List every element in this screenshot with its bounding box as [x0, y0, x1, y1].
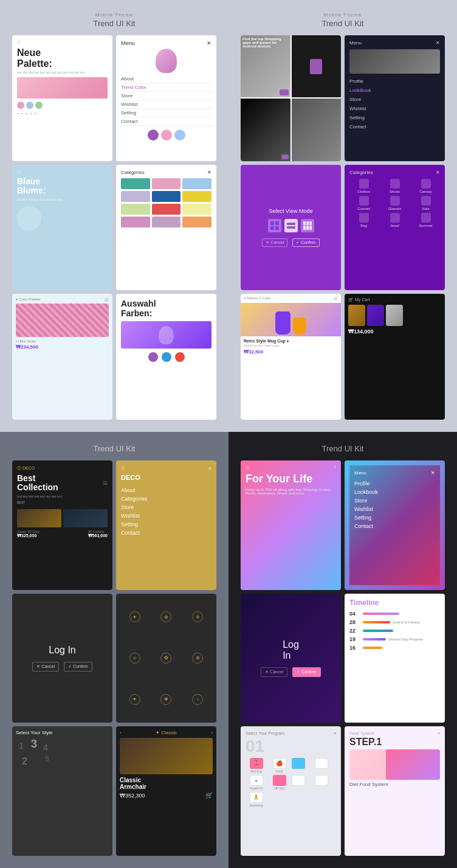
fyl-menu-lookbook[interactable]: Lookbook	[354, 488, 435, 496]
cancel-login[interactable]: ✕ Cancel	[32, 662, 59, 672]
login-title: Log In	[49, 645, 75, 656]
menu-item-wishlist[interactable]: Wishlist	[121, 100, 211, 109]
cart-icon-classic[interactable]: 🛒	[205, 792, 213, 799]
categories-close[interactable]: ✕	[207, 170, 211, 175]
food-header: Food System	[349, 731, 374, 735]
deco-about[interactable]: About	[121, 486, 211, 495]
view-type-a[interactable]	[268, 219, 281, 232]
prog-running[interactable]: 🏃	[250, 758, 263, 769]
style-num-4: 4	[43, 743, 48, 752]
cancel-btn[interactable]: ✕ Cancel	[262, 238, 287, 247]
prog-stretching[interactable]: 🧘	[250, 792, 263, 803]
product-cart[interactable]: 🛒	[334, 296, 338, 300]
icon-1[interactable]: ✦	[129, 611, 140, 622]
food-step: STEP.1	[349, 737, 440, 748]
icon-8[interactable]: ❋	[160, 694, 171, 705]
cat-purple-close[interactable]: ✕	[436, 170, 440, 175]
icon-6[interactable]: ⊗	[192, 653, 203, 664]
menu-item-about[interactable]: About	[121, 75, 211, 83]
deco-wishlist[interactable]: Wishlist	[121, 512, 211, 520]
prog-food[interactable]: 🍎	[273, 758, 286, 769]
food-menu[interactable]: ≡	[438, 731, 440, 735]
icon-3[interactable]: ❈	[192, 611, 203, 622]
dark-menu-profile[interactable]: Profile	[349, 77, 440, 86]
deco-setting[interactable]: Setting	[121, 520, 211, 529]
fyl-menu-wishlist[interactable]: Wishlist	[354, 505, 435, 513]
menu-item-setting[interactable]: Setting	[121, 109, 211, 117]
icon-9[interactable]: ⍣	[192, 694, 203, 705]
prog-hpsys[interactable]	[273, 775, 286, 786]
confirm-dark[interactable]: ✓ Confirm	[292, 667, 320, 677]
icon-4[interactable]: ⍟	[129, 653, 140, 664]
deco-store[interactable]: Store	[121, 503, 211, 512]
cat-hats[interactable]: Hats	[411, 196, 440, 210]
neue-subtext: text text text text text text text text …	[17, 71, 108, 74]
fyl-menu-title: Menu	[354, 470, 366, 476]
menu-label: Menu	[121, 40, 135, 46]
cat-bag[interactable]: Bag	[349, 213, 378, 227]
cat-canopy[interactable]: Canopy	[411, 179, 440, 193]
style-numbers: 3 1 4 2 5	[16, 738, 109, 780]
timeline-text-4: Season Day Program	[388, 637, 423, 641]
view-type-b[interactable]	[284, 219, 298, 232]
program-menu[interactable]: ≡	[334, 731, 336, 735]
food-subtitle: Diet Food System	[349, 782, 440, 787]
program-num: 01	[246, 738, 336, 755]
dark-menu-lookbook[interactable]: LookBook	[349, 86, 440, 95]
dark-menu-setting[interactable]: Setting	[349, 113, 440, 122]
prev-icon[interactable]: ‹	[120, 730, 122, 735]
fyl-menu-close[interactable]: ✕	[431, 470, 435, 476]
timeline-item-5: 16	[349, 645, 440, 651]
cancel-dark[interactable]: ✕ Cancel	[261, 667, 287, 677]
prog-icon-4[interactable]	[315, 758, 328, 769]
screen-fyl-menu: Menu ✕ Profile Lookbook Store Wishlist S…	[345, 460, 445, 590]
menu-close[interactable]: ✕	[207, 40, 211, 46]
menu-item-trend[interactable]: Trend Color	[121, 83, 211, 92]
dark-menu-wishlist[interactable]: Wishlist	[349, 104, 440, 113]
deco-categories[interactable]: Categories	[121, 495, 211, 503]
product-label: ≡ Interior 2 Cups	[244, 296, 271, 300]
timeline-title: Timeline	[349, 599, 440, 607]
cart-icon[interactable]: 🛒	[105, 297, 109, 302]
menu-item-store[interactable]: Store	[121, 92, 211, 100]
screen-icons: ✦ ⊕ ❈ ⍟ ✿ ⊗ ✦ ❋ ⍣	[116, 594, 216, 723]
menu-item-contact[interactable]: Contact	[121, 117, 211, 126]
cat-summer[interactable]: Summer	[411, 213, 440, 227]
dark-menu-store[interactable]: Store	[349, 95, 440, 104]
prog-icon-8[interactable]	[315, 775, 328, 786]
fyl-menu-contact[interactable]: Contact	[354, 522, 435, 530]
cat-cosmet[interactable]: Cosmet	[349, 196, 378, 210]
cat-glasses[interactable]: Glasses	[380, 196, 409, 210]
fyl-menu-profile[interactable]: Profile	[354, 479, 435, 488]
icon-2[interactable]: ⊕	[160, 611, 171, 622]
view-type-c[interactable]	[301, 219, 314, 232]
prog-healthfit[interactable]: ♥	[250, 775, 263, 786]
dark-menu-contact[interactable]: Contact	[349, 122, 440, 131]
icon-5[interactable]: ✿	[160, 653, 171, 664]
screen-best-collection: Ⓨ DECO BestCollection ≡ text text text t…	[12, 460, 112, 590]
screen-product-mug: ≡ Interior 2 Cups 🛒 Retro Style Mug Cup …	[241, 294, 341, 420]
fyl-menu-store[interactable]: Store	[354, 496, 435, 505]
fyl-menu-icon[interactable]: ≡	[334, 465, 336, 471]
deco-contact[interactable]: Contact	[121, 529, 211, 537]
q1-screens-grid: ⬡ NeuePalette: text text text text text …	[12, 35, 216, 420]
cat-shoes[interactable]: Shoes	[380, 179, 409, 193]
dark-menu-close[interactable]: ✕	[436, 40, 440, 46]
fyl-menu-setting[interactable]: Setting	[354, 513, 435, 522]
cat-clothes[interactable]: Clothes	[349, 179, 378, 193]
icon-7[interactable]: ✦	[129, 694, 140, 705]
screen-auswahl-farben: AuswahlFarben:	[116, 294, 216, 420]
screen-select-view: Select View Mode	[241, 165, 341, 291]
confirm-login[interactable]: ✓ Confirm	[64, 662, 92, 672]
prog-icon-7[interactable]	[292, 775, 305, 786]
fyl-subtitle: Enjoy up to 75% off along with free Ship…	[246, 488, 336, 495]
quadrant-1: Mobile Theme Trend UI Kit ⬡ NeuePalette:…	[0, 0, 228, 432]
prog-icon-3[interactable]	[292, 758, 305, 769]
login-dark-title: LogIn	[283, 639, 299, 661]
confirm-btn[interactable]: ✓ Confirm	[292, 238, 319, 247]
screen-my-cart: 🛒 My Cart ₩134,000	[345, 294, 445, 420]
q3-title: Trend UI Kit	[94, 444, 136, 453]
cat-jewel[interactable]: Jewel	[380, 213, 409, 227]
timeline-item-3: 22	[349, 628, 440, 634]
next-icon[interactable]: ›	[211, 730, 213, 735]
